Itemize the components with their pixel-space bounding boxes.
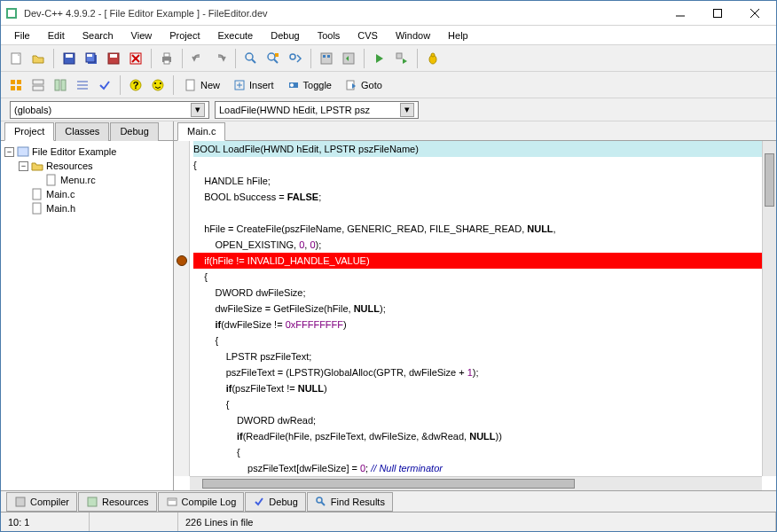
toolbar-secondary: ? New Insert Toggle Goto (1, 72, 776, 98)
tree-file[interactable]: Menu.rc (4, 173, 169, 187)
menu-cvs[interactable]: CVS (349, 27, 386, 43)
find-icon[interactable] (241, 49, 261, 68)
window-title: Dev-C++ 4.9.9.2 - [ File Editor Example … (24, 8, 670, 19)
help-icon[interactable]: ? (126, 75, 145, 95)
app-icon (4, 6, 19, 20)
scrollbar-thumb[interactable] (202, 479, 575, 489)
file-icon (31, 202, 43, 215)
bottom-tab-compile-log[interactable]: Compile Log (158, 492, 245, 512)
debug-icon[interactable] (423, 49, 443, 68)
chevron-down-icon[interactable]: ▾ (191, 103, 205, 117)
undo-icon[interactable] (188, 49, 208, 68)
code-line: DWORD dwRead; (193, 412, 762, 428)
editor-tab[interactable]: Main.c (177, 122, 225, 141)
window-controls (670, 3, 773, 24)
new-file-icon[interactable] (6, 49, 26, 68)
menu-project[interactable]: Project (161, 27, 208, 43)
bottom-tab-debug[interactable]: Debug (245, 492, 305, 512)
tree-root[interactable]: − File Editor Example (4, 145, 169, 159)
horizontal-scrollbar[interactable] (190, 476, 762, 490)
editor-tab-label: Main.c (187, 126, 216, 137)
open-file-icon[interactable] (28, 49, 48, 68)
file-icon (45, 174, 58, 186)
svg-rect-36 (17, 86, 21, 90)
scope-combo-value: (globals) (14, 105, 51, 115)
breakpoint-icon[interactable] (177, 255, 187, 266)
minimize-button[interactable] (670, 3, 691, 24)
menu-file[interactable]: File (6, 27, 38, 43)
print-icon[interactable] (157, 49, 177, 68)
window-tile-icon[interactable] (6, 75, 26, 95)
bottom-tab-compiler[interactable]: Compiler (6, 492, 77, 512)
bottom-tab-resources[interactable]: Resources (78, 492, 157, 512)
toolbar-main (1, 45, 776, 72)
svg-point-20 (246, 53, 253, 60)
compile-icon[interactable] (317, 49, 336, 68)
tab-debug[interactable]: Debug (110, 122, 158, 141)
window-grid-icon[interactable] (73, 75, 92, 95)
svg-point-32 (431, 53, 435, 57)
code-line: pszFileText = (LPSTR)GlobalAlloc(GPTR, d… (193, 364, 762, 380)
insert-button[interactable]: Insert (228, 77, 279, 93)
tab-project[interactable]: Project (4, 122, 54, 141)
close-file-icon[interactable] (126, 49, 145, 68)
svg-rect-28 (327, 55, 330, 58)
replace-icon[interactable] (263, 49, 283, 68)
code-line: { (193, 269, 762, 285)
svg-rect-35 (11, 86, 15, 90)
svg-line-21 (252, 59, 255, 63)
check-icon[interactable] (95, 75, 114, 95)
tree-folder[interactable]: − Resources (4, 159, 169, 173)
collapse-icon[interactable]: − (19, 161, 28, 171)
bottom-tab-label: Debug (269, 497, 297, 507)
menu-search[interactable]: Search (75, 27, 122, 43)
toggle-button[interactable]: Toggle (282, 77, 337, 93)
code-line: { (193, 396, 762, 412)
scrollbar-thumb[interactable] (765, 153, 774, 207)
editor[interactable]: BOOL LoadFile(HWND hEdit, LPSTR pszFileN… (174, 141, 776, 476)
close-button[interactable] (744, 3, 765, 24)
find-next-icon[interactable] (286, 49, 305, 68)
svg-rect-8 (66, 54, 73, 58)
run-icon[interactable] (370, 49, 389, 68)
menu-view[interactable]: View (123, 27, 161, 43)
chevron-down-icon[interactable]: ▾ (400, 103, 414, 117)
function-combo-value: LoadFile(HWND hEdit, LPSTR psz (219, 105, 370, 115)
save-icon[interactable] (59, 49, 79, 68)
compile-run-icon[interactable] (392, 49, 412, 68)
scope-combo[interactable]: (globals) ▾ (10, 101, 209, 119)
code-line: DWORD dwFileSize; (193, 285, 762, 301)
maximize-button[interactable] (707, 3, 728, 24)
svg-line-23 (274, 59, 278, 63)
goto-button[interactable]: Goto (340, 77, 388, 93)
svg-rect-33 (11, 80, 15, 84)
tree-file[interactable]: Main.h (4, 201, 169, 215)
menu-debug[interactable]: Debug (263, 27, 307, 43)
window-list-icon[interactable] (51, 75, 70, 95)
bottom-tab-find-results[interactable]: Find Results (307, 492, 393, 512)
code-area[interactable]: BOOL LoadFile(HWND hEdit, LPSTR pszFileN… (190, 141, 762, 476)
tab-classes[interactable]: Classes (55, 122, 109, 141)
window-cascade-icon[interactable] (28, 75, 48, 95)
collapse-icon[interactable]: − (4, 147, 14, 157)
rebuild-icon[interactable] (339, 49, 358, 68)
about-icon[interactable] (148, 75, 168, 95)
new-button[interactable]: New (179, 77, 225, 93)
svg-rect-19 (164, 60, 169, 64)
vertical-scrollbar[interactable] (762, 141, 776, 476)
menubar: FileEditSearchViewProjectExecuteDebugToo… (1, 26, 776, 45)
menu-help[interactable]: Help (440, 27, 476, 43)
function-combo[interactable]: LoadFile(HWND hEdit, LPSTR psz ▾ (215, 101, 419, 119)
menu-execute[interactable]: Execute (209, 27, 261, 43)
svg-rect-13 (110, 54, 117, 58)
redo-icon[interactable] (210, 49, 230, 68)
save-all-icon[interactable] (82, 49, 101, 68)
menu-window[interactable]: Window (388, 27, 438, 43)
menu-edit[interactable]: Edit (40, 27, 73, 43)
svg-rect-49 (186, 80, 194, 90)
save-project-icon[interactable] (104, 49, 123, 68)
tree-file[interactable]: Main.c (4, 187, 169, 201)
svg-rect-1 (8, 10, 15, 17)
menu-tools[interactable]: Tools (310, 27, 349, 43)
editor-tabs: Main.c (174, 121, 776, 141)
